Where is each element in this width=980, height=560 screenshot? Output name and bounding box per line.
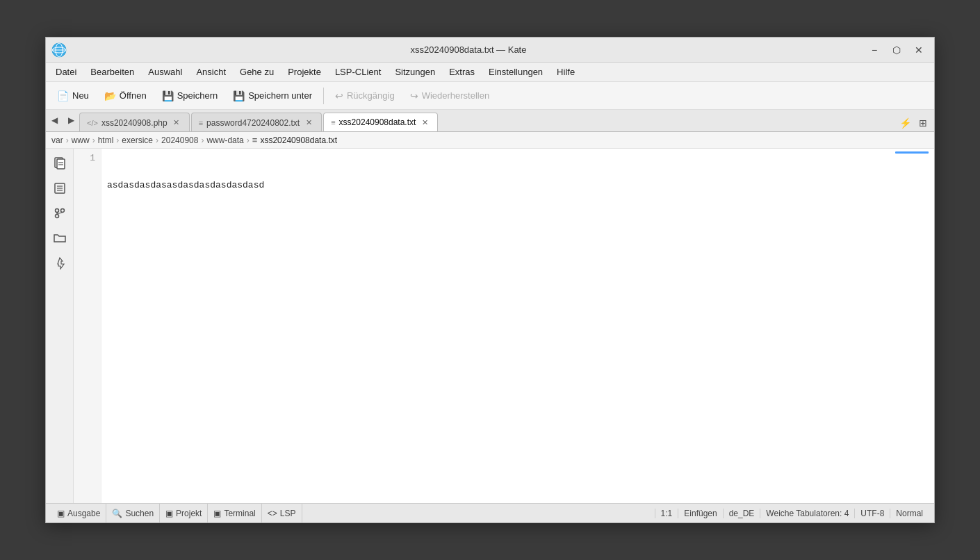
sidebar-plugin-icon (54, 257, 66, 272)
status-ausgabe[interactable]: ▣ Ausgabe (51, 504, 106, 522)
minimize-icon: − (872, 44, 877, 56)
menu-item-einstellungen[interactable]: Einstellungen (482, 65, 550, 79)
sidebar (46, 149, 74, 503)
menubar: DateiBearbeitenAuswahlAnsichtGehe zuProj… (46, 63, 934, 82)
breadcrumb-exersice[interactable]: exersice (122, 135, 153, 145)
close-button[interactable]: ✕ (909, 42, 929, 58)
redo-icon: ↪ (410, 90, 418, 101)
save-as-icon: 💾 (233, 90, 245, 101)
breadcrumb-20240908[interactable]: 20240908 (161, 135, 198, 145)
sidebar-git-icon (54, 207, 66, 222)
tab-xss-php[interactable]: </> xss20240908.php ✕ (79, 113, 190, 131)
close-icon: ✕ (915, 44, 923, 56)
minimize-button[interactable]: − (865, 42, 884, 58)
svg-point-12 (55, 208, 58, 212)
window-title: xss20240908data.txt — Kate (72, 44, 865, 55)
tab-password-icon: ≡ (199, 119, 203, 127)
svg-rect-5 (57, 159, 65, 169)
suchen-icon: 🔍 (112, 509, 122, 518)
toolbar: 📄 Neu 📂 Öffnen 💾 Speichern 💾 Speichern u… (46, 82, 934, 110)
tab-password-close[interactable]: ✕ (303, 117, 314, 129)
line-numbers: 1 (74, 149, 101, 503)
status-lsp[interactable]: <> LSP (262, 504, 302, 522)
tab-prev-button[interactable]: ◀ (46, 109, 63, 131)
tabbar-actions: ⚡ ⊞ (897, 115, 934, 131)
tab-xss-txt-icon: ≡ (331, 118, 335, 126)
new-icon: 📄 (57, 90, 69, 101)
new-button[interactable]: 📄 Neu (50, 88, 96, 104)
maximize-button[interactable]: ⬡ (887, 42, 906, 58)
toolbar-separator (323, 88, 324, 104)
open-button[interactable]: 📂 Öffnen (97, 88, 154, 104)
menu-item-extras[interactable]: Extras (442, 65, 482, 79)
tabbar: ◀ ▶ </> xss20240908.php ✕ ≡ password4720… (46, 110, 934, 132)
svg-point-13 (60, 208, 64, 212)
menu-item-datei[interactable]: Datei (49, 65, 83, 79)
breadcrumb-var[interactable]: var (51, 135, 63, 145)
undo-icon: ↩ (335, 90, 343, 101)
tab-xss-php-icon: </> (87, 119, 98, 127)
tab-xss-txt-close[interactable]: ✕ (419, 117, 430, 128)
editor-area: 1 asdasdasdasasdasdasdasdasdasd (74, 149, 934, 503)
main-area: 1 asdasdasdasasdasdasdasdasdasd (46, 149, 934, 503)
breadcrumb-sep-3: › (116, 135, 119, 145)
sidebar-list-icon (54, 182, 66, 197)
status-line-ending[interactable]: Normal (890, 509, 929, 518)
menu-item-auswahl[interactable]: Auswahl (141, 65, 189, 79)
save-button[interactable]: 💾 Speichern (155, 88, 225, 104)
status-encoding[interactable]: UTF-8 (854, 509, 890, 518)
line-number-1: 1 (76, 151, 95, 165)
status-locale[interactable]: de_DE (723, 509, 760, 518)
undo-button[interactable]: ↩ Rückgängig (328, 88, 402, 104)
terminal-icon: ▣ (213, 509, 221, 518)
breadcrumb-sep-5: › (201, 135, 204, 145)
tab-next-button[interactable]: ▶ (63, 109, 79, 131)
statusbar: ▣ Ausgabe 🔍 Suchen ▣ Projekt ▣ Terminal … (46, 503, 934, 522)
sidebar-folder-icon (54, 232, 66, 247)
main-window: xss20240908data.txt — Kate − ⬡ ✕ DateiBe… (45, 37, 935, 523)
sidebar-git-button[interactable] (49, 203, 71, 225)
status-suchen[interactable]: 🔍 Suchen (106, 504, 160, 522)
breadcrumb-html[interactable]: html (98, 135, 114, 145)
window-controls: − ⬡ ✕ (865, 42, 929, 58)
sidebar-list-button[interactable] (49, 178, 71, 200)
breadcrumb-www-data[interactable]: www-data (206, 135, 243, 145)
menu-item-gehe-zu[interactable]: Gehe zu (233, 65, 281, 79)
status-projekt[interactable]: ▣ Projekt (160, 504, 208, 522)
menu-item-lsp-client[interactable]: LSP-CLient (328, 65, 388, 79)
status-terminal[interactable]: ▣ Terminal (208, 504, 261, 522)
sidebar-docs-button[interactable] (49, 153, 71, 175)
status-mode[interactable]: Einfügen (678, 509, 722, 518)
redo-button[interactable]: ↪ Wiederherstellen (403, 88, 497, 104)
tab-flash-button[interactable]: ⚡ (897, 115, 913, 131)
save-as-button[interactable]: 💾 Speichern unter (226, 88, 319, 104)
editor-line-1: asdasdasdasasdasdasdasdasdasd (107, 179, 929, 192)
breadcrumb-file[interactable]: xss20240908data.txt (260, 135, 337, 145)
menu-item-sitzungen[interactable]: Sitzungen (388, 65, 442, 79)
sidebar-docs-icon (54, 157, 66, 172)
status-indent[interactable]: Weiche Tabulatoren: 4 (760, 509, 854, 518)
status-position[interactable]: 1:1 (655, 509, 678, 518)
save-icon: 💾 (162, 90, 174, 101)
sidebar-folder-button[interactable] (49, 228, 71, 250)
ausgabe-icon: ▣ (57, 509, 65, 518)
menu-item-ansicht[interactable]: Ansicht (189, 65, 233, 79)
maximize-icon: ⬡ (892, 44, 901, 56)
tab-xss-txt[interactable]: ≡ xss20240908data.txt ✕ (323, 113, 438, 131)
tab-xss-php-close[interactable]: ✕ (171, 117, 182, 129)
breadcrumb-sep-1: › (66, 135, 69, 145)
breadcrumb-file-icon: ≡ (252, 135, 258, 145)
editor-lines[interactable]: asdasdasdasasdasdasdasdasdasd (101, 149, 934, 503)
tab-password-txt[interactable]: ≡ password4720240802.txt ✕ (191, 113, 322, 131)
lsp-icon: <> (268, 509, 277, 518)
tabs-container: </> xss20240908.php ✕ ≡ password47202408… (79, 109, 897, 131)
open-icon: 📂 (104, 90, 116, 101)
menu-item-projekte[interactable]: Projekte (281, 65, 328, 79)
sidebar-plugin-button[interactable] (49, 253, 71, 275)
menu-item-hilfe[interactable]: Hilfe (550, 65, 582, 79)
breadcrumb-sep-4: › (156, 135, 158, 145)
menu-item-bearbeiten[interactable]: Bearbeiten (83, 65, 141, 79)
tab-layout-button[interactable]: ⊞ (915, 115, 931, 131)
breadcrumb-www[interactable]: www (72, 135, 90, 145)
editor-content[interactable]: 1 asdasdasdasasdasdasdasdasdasd (74, 149, 934, 503)
